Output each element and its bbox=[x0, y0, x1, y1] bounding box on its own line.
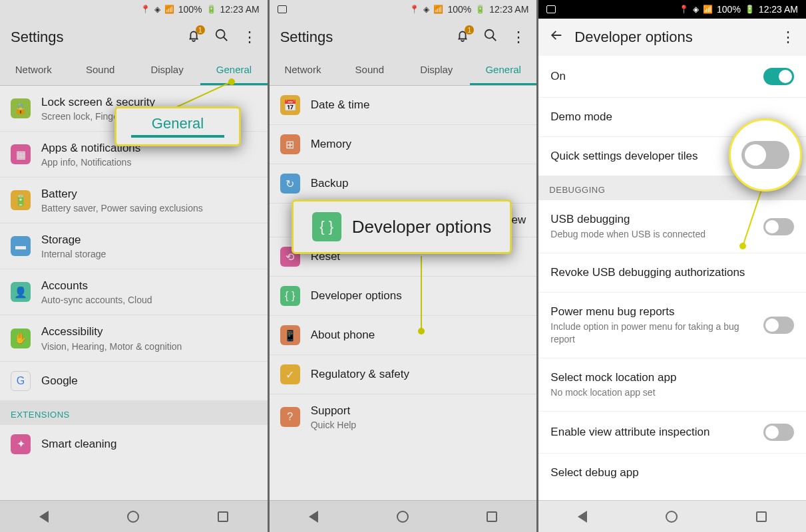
location-icon: 📍 bbox=[679, 5, 689, 14]
search-button[interactable] bbox=[214, 28, 229, 47]
tabs: Network Sound Display General bbox=[270, 56, 537, 86]
row-date-time[interactable]: 📅 Date & time bbox=[270, 86, 537, 125]
google-icon: G bbox=[11, 371, 31, 391]
signal-icon: 📶 bbox=[703, 5, 713, 14]
nav-home[interactable] bbox=[666, 511, 678, 523]
tab-sound[interactable]: Sound bbox=[336, 56, 403, 85]
tab-display[interactable]: Display bbox=[134, 56, 200, 85]
developer-icon: { } bbox=[312, 212, 341, 241]
row-accessibility[interactable]: ✋ AccessibilityVision, Hearing, Motor & … bbox=[0, 315, 268, 361]
page-title: Settings bbox=[280, 29, 445, 46]
nav-bar bbox=[0, 500, 268, 532]
wifi-icon: ◈ bbox=[423, 5, 429, 14]
row-google[interactable]: G Google bbox=[0, 362, 268, 400]
row-developer-options[interactable]: { } Developer options bbox=[270, 277, 537, 316]
calendar-icon: 📅 bbox=[280, 95, 300, 115]
toggle-usb-debugging[interactable] bbox=[763, 218, 794, 235]
accessibility-icon: ✋ bbox=[11, 329, 31, 348]
memory-icon: ⊞ bbox=[280, 134, 300, 154]
row-storage[interactable]: ▬ StorageInternal storage bbox=[0, 223, 268, 269]
nav-recent[interactable] bbox=[756, 511, 767, 522]
status-bar: 📍 ◈ 📶 100% 🔋 12:23 AM bbox=[270, 0, 537, 19]
toggle-on[interactable] bbox=[763, 68, 794, 85]
status-time: 12:23 AM bbox=[759, 4, 798, 15]
notifications-button[interactable]: 1 bbox=[455, 28, 470, 47]
search-button[interactable] bbox=[483, 28, 498, 47]
settings-list[interactable]: 📅 Date & time ⊞ Memory ↻ Backup ew ⟲ Res… bbox=[270, 86, 537, 500]
storage-icon: ▬ bbox=[11, 236, 31, 256]
developer-icon: { } bbox=[280, 286, 300, 306]
overflow-menu-button[interactable]: ⋮ bbox=[781, 29, 795, 46]
battery-icon: 🔋 bbox=[475, 5, 485, 14]
settings-list[interactable]: 🔒 Lock screen & securityScreen lock, Fin… bbox=[0, 86, 268, 500]
nav-back[interactable] bbox=[309, 511, 318, 523]
nav-back[interactable] bbox=[578, 511, 587, 523]
phone-icon: 📱 bbox=[280, 325, 300, 345]
row-about-phone[interactable]: 📱 About phone bbox=[270, 316, 537, 355]
battery-icon: 🔋 bbox=[11, 190, 31, 210]
row-regulatory[interactable]: ✓ Regulatory & safety bbox=[270, 355, 537, 394]
row-mock-location[interactable]: Select mock location appNo mock location… bbox=[538, 358, 806, 412]
nav-back[interactable] bbox=[39, 511, 49, 523]
row-select-debug-app[interactable]: Select debug app bbox=[538, 454, 806, 492]
overflow-menu-button[interactable]: ⋮ bbox=[242, 29, 257, 46]
header: Developer options ⋮ bbox=[538, 19, 806, 56]
overflow-menu-button[interactable]: ⋮ bbox=[511, 29, 526, 46]
row-memory[interactable]: ⊞ Memory bbox=[270, 125, 537, 164]
row-backup[interactable]: ↻ Backup bbox=[270, 164, 537, 203]
nav-recent[interactable] bbox=[218, 511, 228, 522]
header: Settings 1 ⋮ bbox=[270, 19, 537, 56]
toggle-power-bug-reports[interactable] bbox=[763, 317, 794, 334]
nav-home[interactable] bbox=[127, 511, 139, 523]
callout-general: General bbox=[114, 106, 241, 146]
row-support[interactable]: ? SupportQuick Help bbox=[270, 394, 537, 440]
status-time: 12:23 AM bbox=[489, 4, 528, 15]
row-battery[interactable]: 🔋 BatteryBattery saver, Power saving exc… bbox=[0, 178, 268, 223]
svg-line-4 bbox=[493, 37, 497, 41]
row-view-attribute[interactable]: Enable view attribute inspection bbox=[538, 412, 806, 454]
tab-general[interactable]: General bbox=[470, 56, 536, 85]
nav-home[interactable] bbox=[397, 511, 409, 523]
apps-icon: ▦ bbox=[11, 144, 31, 164]
tab-display[interactable]: Display bbox=[403, 56, 470, 85]
arrow-left-icon bbox=[549, 28, 564, 43]
row-revoke-usb[interactable]: Revoke USB debugging authorizations bbox=[538, 253, 806, 293]
section-extensions: EXTENSIONS bbox=[0, 400, 268, 425]
regulatory-icon: ✓ bbox=[280, 364, 300, 384]
nav-recent[interactable] bbox=[487, 511, 497, 522]
tab-network[interactable]: Network bbox=[0, 56, 67, 85]
callout-dot bbox=[228, 78, 235, 85]
nav-bar bbox=[538, 500, 806, 532]
smart-cleaning-icon: ✦ bbox=[11, 434, 31, 454]
nav-bar bbox=[270, 500, 537, 532]
toggle-highlight bbox=[741, 141, 789, 169]
tab-network[interactable]: Network bbox=[270, 56, 336, 85]
svg-point-3 bbox=[485, 30, 494, 39]
tab-sound[interactable]: Sound bbox=[67, 56, 133, 85]
callout-developer-options: { } Developer options bbox=[292, 200, 512, 254]
row-on[interactable]: On bbox=[538, 56, 806, 98]
toggle-view-attribute[interactable] bbox=[763, 424, 794, 441]
location-icon: 📍 bbox=[140, 5, 150, 14]
signal-icon: 📶 bbox=[164, 5, 174, 14]
phone-developer-options: 📍 ◈ 📶 100% 🔋 12:23 AM Developer options … bbox=[538, 0, 806, 532]
page-title: Developer options bbox=[574, 29, 770, 46]
search-icon bbox=[214, 28, 229, 43]
battery-percent: 100% bbox=[178, 4, 202, 15]
lock-icon: 🔒 bbox=[11, 98, 31, 118]
row-smart-cleaning[interactable]: ✦ Smart cleaning bbox=[0, 425, 268, 464]
status-bar: 📍 ◈ 📶 100% 🔋 12:23 AM bbox=[538, 0, 806, 19]
signal-icon: 📶 bbox=[433, 5, 443, 14]
row-power-bug-reports[interactable]: Power menu bug reportsInclude option in … bbox=[538, 293, 806, 358]
notifications-button[interactable]: 1 bbox=[186, 28, 201, 47]
back-button[interactable] bbox=[549, 28, 564, 47]
battery-icon: 🔋 bbox=[745, 5, 755, 14]
row-usb-debugging[interactable]: USB debuggingDebug mode when USB is conn… bbox=[538, 200, 806, 253]
wifi-icon: ◈ bbox=[693, 5, 699, 14]
tabs: Network Sound Display General bbox=[0, 56, 268, 86]
notification-badge: 1 bbox=[196, 25, 205, 35]
header: Settings 1 ⋮ bbox=[0, 19, 268, 56]
support-icon: ? bbox=[280, 407, 300, 427]
battery-percent: 100% bbox=[447, 4, 471, 15]
row-accounts[interactable]: 👤 AccountsAuto-sync accounts, Cloud bbox=[0, 269, 268, 315]
